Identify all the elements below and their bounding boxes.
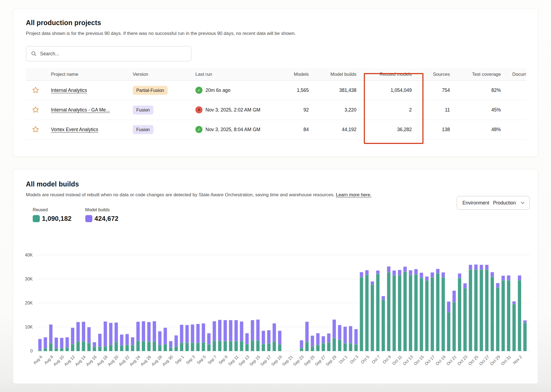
chart-bar[interactable]: Sep 3 <box>190 255 195 351</box>
chart-bar[interactable] <box>326 255 331 351</box>
chart-bar[interactable] <box>402 255 408 351</box>
environment-select[interactable]: Environment Production <box>457 196 530 210</box>
chart-bar[interactable]: Aug 26 <box>146 255 152 351</box>
chart-bar[interactable] <box>380 255 386 351</box>
chart-bar[interactable]: Aug 12 <box>70 255 75 351</box>
chart-bar[interactable] <box>261 255 266 351</box>
chart-bar[interactable] <box>239 255 244 351</box>
favorite-star-button[interactable] <box>31 85 40 95</box>
chart-bar[interactable] <box>522 255 528 351</box>
chart-bar[interactable]: Oct 1 <box>342 255 348 351</box>
chart-bar[interactable]: Aug 24 <box>135 255 141 351</box>
chart-bar[interactable]: Aug 30 <box>168 255 173 351</box>
chart-bar[interactable] <box>479 255 484 351</box>
chart-bar[interactable] <box>250 255 255 351</box>
chart-bar[interactable] <box>304 255 310 351</box>
chart-bar[interactable] <box>315 255 320 351</box>
chart-bar[interactable] <box>511 255 517 351</box>
chart-bar[interactable] <box>195 255 201 351</box>
chart-bar[interactable] <box>43 255 48 351</box>
chart-bar[interactable] <box>424 255 429 351</box>
chart-bar[interactable]: Oct 15 <box>419 255 424 351</box>
chart-bar[interactable]: Oct 5 <box>364 255 370 351</box>
chart-bar[interactable]: Aug 22 <box>124 255 130 351</box>
chart-bar[interactable]: Oct 3 <box>353 255 359 351</box>
chart-bar[interactable]: Sep 19 <box>277 255 282 351</box>
chart-bar[interactable] <box>271 255 277 351</box>
chart-bar[interactable] <box>282 255 288 351</box>
chart-bar[interactable]: Sep 11 <box>233 255 239 351</box>
chart-bar[interactable] <box>413 255 419 351</box>
chart-bar[interactable]: Sep 29 <box>331 255 337 351</box>
chart-bar[interactable]: Aug 10 <box>59 255 64 351</box>
chart-bar[interactable] <box>152 255 157 351</box>
chart-bar[interactable] <box>184 255 190 351</box>
chart-bar[interactable] <box>457 255 462 351</box>
chart-bar[interactable]: Oct 23 <box>462 255 468 351</box>
chart-bar[interactable] <box>97 255 102 351</box>
chart-bar[interactable]: Aug 6 <box>37 255 43 351</box>
chart-bar[interactable] <box>228 255 233 351</box>
search-box[interactable] <box>26 46 191 61</box>
chart-bar[interactable]: Oct 31 <box>506 255 511 351</box>
chart-bar[interactable] <box>119 255 124 351</box>
chart-bar[interactable] <box>53 255 59 351</box>
chart-bar[interactable]: Sep 15 <box>255 255 261 351</box>
chart-bar[interactable] <box>141 255 146 351</box>
learn-more-link[interactable]: Learn more here. <box>336 192 371 197</box>
chart-bar[interactable] <box>86 255 92 351</box>
chart-bar[interactable] <box>173 255 179 351</box>
chart-bar[interactable]: Aug 20 <box>113 255 119 351</box>
chart-bar[interactable]: Sep 21 <box>288 255 293 351</box>
chart-bar[interactable] <box>359 255 364 351</box>
chart-bar[interactable]: Oct 25 <box>473 255 479 351</box>
chart-bar[interactable] <box>162 255 168 351</box>
chart-bar[interactable] <box>446 255 451 351</box>
chart-bar[interactable]: Aug 28 <box>157 255 162 351</box>
chart-bar[interactable] <box>108 255 113 351</box>
chart-bar[interactable] <box>435 255 440 351</box>
chart-bar[interactable]: Oct 29 <box>495 255 500 351</box>
chart-bar[interactable] <box>64 255 70 351</box>
chart-bar[interactable]: Oct 11 <box>397 255 402 351</box>
chart-bar[interactable]: Sep 1 <box>179 255 184 351</box>
chart-bar[interactable]: Aug 8 <box>48 255 53 351</box>
favorite-star-button[interactable] <box>31 125 40 134</box>
project-name-link[interactable]: Vortex Event Analytics <box>51 127 98 132</box>
chart-bar[interactable]: Sep 7 <box>211 255 217 351</box>
chart-bar[interactable]: Oct 13 <box>408 255 413 351</box>
chart-bar[interactable]: Oct 19 <box>440 255 446 351</box>
chart-bar[interactable] <box>217 255 222 351</box>
chart-bar[interactable]: Oct 21 <box>451 255 457 351</box>
chart-bar[interactable] <box>75 255 81 351</box>
chart-bar[interactable]: Oct 27 <box>484 255 489 351</box>
chart-bar[interactable] <box>370 255 375 351</box>
chart-bar[interactable]: Oct 9 <box>386 255 391 351</box>
project-name-link[interactable]: Internal Analytics - GA Me... <box>51 107 110 113</box>
chart-bar[interactable]: Sep 9 <box>222 255 228 351</box>
chart-bar[interactable] <box>500 255 506 351</box>
chart-bar[interactable] <box>130 255 135 351</box>
chart-bar[interactable]: Aug 14 <box>81 255 86 351</box>
chart-bar[interactable]: Sep 13 <box>244 255 250 351</box>
chart-bar[interactable]: Nov 2 <box>517 255 522 351</box>
chart-bar[interactable] <box>391 255 397 351</box>
project-name-link[interactable]: Internal Analytics <box>51 88 87 93</box>
chart-bar[interactable]: Aug 18 <box>102 255 108 351</box>
chart-bar[interactable]: Sep 17 <box>266 255 271 351</box>
favorite-star-button[interactable] <box>31 105 40 114</box>
chart-bar[interactable] <box>293 255 299 351</box>
chart-bar[interactable]: Aug 16 <box>92 255 97 351</box>
chart-bar[interactable] <box>348 255 353 351</box>
chart-bar[interactable] <box>337 255 342 351</box>
chart-bar[interactable]: Sep 27 <box>320 255 326 351</box>
chart-bar[interactable] <box>468 255 473 351</box>
chart-bar[interactable] <box>206 255 211 351</box>
chart-bar[interactable]: Sep 25 <box>310 255 315 351</box>
search-input[interactable] <box>40 51 186 57</box>
chart-bar[interactable]: Sep 5 <box>201 255 206 351</box>
chart-bar[interactable]: Oct 17 <box>429 255 435 351</box>
chart-bar[interactable] <box>489 255 495 351</box>
chart-bar[interactable]: Oct 7 <box>375 255 380 351</box>
chart-bar[interactable]: Sep 23 <box>299 255 304 351</box>
